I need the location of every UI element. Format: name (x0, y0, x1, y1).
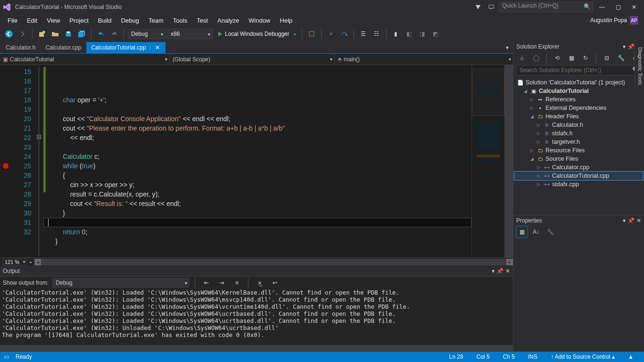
tabs-dropdown-icon[interactable]: ▾ (502, 42, 513, 53)
toolbar-extra-3[interactable]: ◩ (430, 28, 441, 40)
header-file-stdafx-h[interactable]: ▷hstdafx.h (514, 129, 643, 138)
output-clear-icon[interactable]: ⨯̲ (254, 277, 265, 288)
solution-platform-combo[interactable]: x86 (167, 29, 213, 39)
pin-icon[interactable]: ⟂ (149, 45, 151, 50)
se-home-icon[interactable]: ⌂ (516, 52, 528, 64)
prop-close-icon[interactable]: ✕ (636, 217, 641, 224)
breakpoint-gutter[interactable] (0, 65, 12, 257)
se-collapse-icon[interactable]: ⊟ (601, 52, 612, 64)
tab-calculator-cpp[interactable]: Calculator.cpp (41, 42, 86, 53)
header-file-calculator-h[interactable]: ▷hCalculator.h (514, 121, 643, 129)
toolbar-extra-1[interactable]: ◧ (404, 28, 415, 40)
editor-horizontal-scrollbar[interactable]: ◂▸ (34, 259, 513, 265)
maximize-button[interactable]: ▢ (611, 1, 625, 13)
notifications-icon[interactable] (472, 1, 484, 13)
bookmark-icon[interactable]: ▮ (390, 28, 402, 40)
menu-help[interactable]: Help (275, 16, 297, 25)
se-sync-icon[interactable]: ⟲ (552, 52, 563, 64)
source-file-calculator-cpp[interactable]: ▷++Calculator.cpp (514, 163, 643, 172)
code-line-20[interactable] (43, 142, 471, 152)
menu-file[interactable]: File (3, 16, 22, 25)
code-line-24[interactable]: cin >> x >> oper >> y; (43, 180, 471, 189)
code-line-30[interactable]: } (43, 237, 471, 246)
uncomment-icon[interactable]: ☷ (371, 28, 382, 40)
prop-pin-icon[interactable]: 📌 (627, 217, 635, 224)
menu-debug[interactable]: Debug (116, 16, 144, 25)
close-button[interactable]: ✕ (627, 1, 641, 13)
output-horizontal-scrollbar[interactable] (0, 345, 513, 352)
output-text-area[interactable]: 'CalculatorTutorial.exe' (Win32): Loaded… (0, 289, 513, 345)
output-tool-2[interactable]: ⇥ (216, 277, 227, 288)
user-avatar[interactable]: AP (630, 16, 638, 25)
nav-fwd-icon[interactable] (17, 28, 28, 40)
panel-pin-icon[interactable]: 📌 (496, 268, 504, 274)
save-all-icon[interactable] (76, 28, 87, 40)
nav-back-icon[interactable] (3, 28, 15, 40)
menu-team[interactable]: Team (144, 16, 168, 25)
output-source-combo[interactable]: Debug (52, 278, 189, 288)
solution-tree[interactable]: 📄Solution 'CalculatorTutorial' (1 projec… (513, 76, 644, 215)
source-file-stdafx-cpp[interactable]: ▷++stdafx.cpp (514, 180, 643, 189)
code-line-17[interactable]: cout << "Calculator Console Application"… (43, 114, 471, 123)
prop-alpha-icon[interactable]: A↓ (530, 226, 542, 238)
code-area[interactable]: char oper = '+'; cout << "Calculator Con… (43, 65, 471, 257)
se-search-input[interactable] (516, 65, 641, 75)
code-line-18[interactable]: cout << "Please enter the operation to p… (43, 123, 471, 133)
source-file-calculatortutorial-cpp[interactable]: ▷++CalculatorTutorial.cpp (514, 172, 643, 180)
toolbar-extra-2[interactable]: ◨ (417, 28, 428, 40)
close-tab-icon[interactable]: ✕ (154, 44, 161, 51)
output-wrap-icon[interactable]: ↩ (269, 277, 281, 288)
diagnostic-tools-tab[interactable]: Diagnostic Tools (635, 43, 644, 89)
output-tool-1[interactable]: ⇤ (201, 277, 212, 288)
code-line-19[interactable]: << endl; (43, 133, 471, 142)
open-file-icon[interactable] (50, 28, 61, 40)
member-scope-combo[interactable]: (Global Scope) (170, 54, 335, 65)
code-line-28[interactable] (43, 218, 471, 227)
menu-view[interactable]: View (42, 16, 65, 25)
start-debugging-button[interactable]: Local Windows Debugger (215, 28, 298, 40)
prop-wrench-icon[interactable]: 🔧 (545, 226, 556, 238)
minimize-button[interactable]: — (595, 1, 609, 13)
se-showall-icon[interactable]: ▦ (566, 52, 577, 64)
code-line-16[interactable] (43, 105, 471, 114)
source-files-node[interactable]: ◢🗀Source Files (514, 155, 643, 163)
se-pin-icon[interactable]: 📌 (627, 43, 635, 50)
references-node[interactable]: ▷▪▪References (514, 95, 643, 104)
code-line-27[interactable]: } (43, 208, 471, 218)
menu-analyze[interactable]: Analyze (213, 16, 244, 25)
code-line-22[interactable]: while (true) (43, 161, 471, 171)
se-back-icon[interactable]: ◯ (530, 52, 542, 64)
code-line-15[interactable]: char oper = '+'; (43, 95, 471, 105)
menu-edit[interactable]: Edit (22, 16, 42, 25)
step-over-icon[interactable] (339, 28, 350, 40)
code-minimap[interactable] (471, 65, 504, 257)
source-control-button[interactable]: ↑ Add to Source Control ▴ (544, 354, 621, 360)
redo-icon[interactable] (108, 28, 120, 40)
code-line-21[interactable]: Calculator c; (43, 152, 471, 161)
prop-dropdown-icon[interactable]: ▾ (623, 217, 626, 224)
status-notifications-icon[interactable]: ▲ (621, 354, 640, 360)
code-line-26[interactable]: cout << "Result is: " << result << endl; (43, 199, 471, 208)
external-deps-node[interactable]: ▷▪External Dependencies (514, 104, 643, 112)
header-files-node[interactable]: ◢🗀Header Files (514, 112, 643, 121)
new-project-icon[interactable] (36, 28, 48, 40)
resource-files-node[interactable]: ▷🗀Resource Files (514, 146, 643, 155)
output-panel-header[interactable]: Output ▾ 📌 ✕ (0, 266, 513, 276)
save-icon[interactable] (63, 28, 74, 40)
tab-calculator-h[interactable]: Calculator.h (1, 42, 40, 53)
editor-vertical-scrollbar[interactable] (504, 65, 513, 257)
comment-icon[interactable]: ☰ (358, 28, 369, 40)
panel-close-icon[interactable]: ✕ (505, 268, 510, 274)
header-file-targetver-h[interactable]: ▷htargetver.h (514, 138, 643, 146)
menu-test[interactable]: Test (192, 16, 213, 25)
zoom-combo[interactable]: 121 % (3, 259, 26, 265)
prop-categorized-icon[interactable]: ▦ (516, 226, 528, 238)
user-name[interactable]: Augustin Popa (590, 17, 627, 24)
quick-launch-input[interactable]: Quick Launch (Ctrl+Q) 🔍 (499, 2, 593, 12)
solution-config-combo[interactable]: Debug (128, 29, 165, 39)
tab-calculatortutorial-cpp[interactable]: CalculatorTutorial.cpp⟂✕ (86, 42, 165, 53)
se-properties-icon[interactable]: 🔧 (615, 52, 627, 64)
solution-node[interactable]: 📄Solution 'CalculatorTutorial' (1 projec… (514, 78, 643, 87)
menu-build[interactable]: Build (93, 16, 116, 25)
toolbar-button-a[interactable] (306, 28, 317, 40)
